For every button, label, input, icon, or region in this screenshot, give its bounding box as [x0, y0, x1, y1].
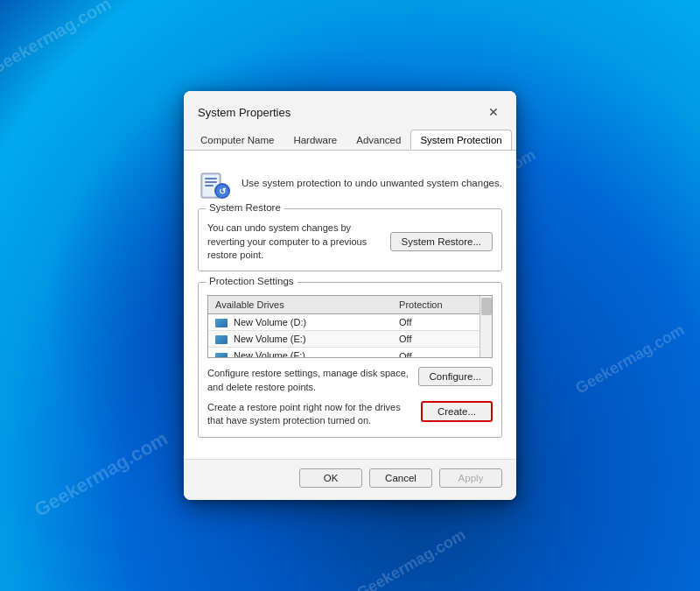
restore-description: You can undo system changes by reverting…: [207, 222, 382, 262]
dialog-overlay: System Properties ✕ Computer Name Hardwa…: [0, 0, 700, 591]
tab-hardware[interactable]: Hardware: [284, 130, 346, 150]
svg-rect-3: [205, 181, 217, 183]
drive-name-2: New Volume (E:): [208, 331, 392, 348]
apply-button[interactable]: Apply: [439, 468, 502, 488]
drive-icon-2: [215, 335, 228, 344]
protection-settings-section: Protection Settings Available Drives Pro…: [198, 282, 502, 438]
dialog-title: System Properties: [198, 106, 290, 119]
protection-2: Off: [392, 331, 492, 348]
protection-settings-label: Protection Settings: [206, 276, 298, 286]
tab-remote[interactable]: Remote: [512, 130, 516, 150]
drive-icon-1: [215, 319, 228, 327]
cancel-button[interactable]: Cancel: [369, 468, 432, 488]
title-bar: System Properties ✕: [184, 91, 516, 124]
system-restore-button[interactable]: System Restore...: [390, 232, 493, 251]
col-protection: Protection: [392, 296, 492, 314]
restore-row: You can undo system changes by reverting…: [207, 222, 493, 262]
svg-rect-4: [205, 185, 214, 186]
dialog-footer: OK Cancel Apply: [184, 459, 516, 500]
drives-table-wrapper: Available Drives Protection New Volume (…: [207, 295, 493, 358]
system-protection-icon: ↺: [198, 166, 231, 200]
configure-description: Configure restore settings, manage disk …: [207, 367, 410, 394]
close-button[interactable]: ✕: [481, 100, 506, 124]
col-available-drives: Available Drives: [208, 296, 392, 314]
svg-rect-2: [205, 178, 217, 179]
scrollbar-thumb[interactable]: [481, 298, 492, 315]
create-button[interactable]: Create...: [421, 401, 493, 422]
tab-bar: Computer Name Hardware Advanced System P…: [184, 124, 516, 150]
drive-name-3: New Volume (F:): [208, 348, 392, 358]
tab-system-protection[interactable]: System Protection: [410, 130, 511, 150]
table-row[interactable]: New Volume (D:) Off: [208, 314, 492, 331]
system-restore-label: System Restore: [206, 202, 284, 213]
system-properties-dialog: System Properties ✕ Computer Name Hardwa…: [184, 91, 516, 500]
configure-row: Configure restore settings, manage disk …: [207, 367, 493, 394]
svg-text:↺: ↺: [219, 186, 227, 196]
header-description: Use system protection to undo unwanted s…: [242, 176, 502, 190]
tab-computer-name[interactable]: Computer Name: [191, 130, 284, 150]
tab-advanced[interactable]: Advanced: [346, 130, 410, 150]
drives-table: Available Drives Protection New Volume (…: [208, 296, 492, 358]
table-row[interactable]: New Volume (F:) Off: [208, 348, 492, 358]
ok-button[interactable]: OK: [299, 468, 362, 488]
dialog-content: ↺ Use system protection to undo unwanted…: [184, 150, 516, 459]
create-row: Create a restore point right now for the…: [207, 401, 493, 428]
drive-name-1: New Volume (D:): [208, 314, 392, 331]
configure-button[interactable]: Configure...: [418, 367, 493, 386]
protection-3: Off: [392, 348, 492, 358]
scrollbar-track[interactable]: [480, 296, 492, 357]
system-restore-section: System Restore You can undo system chang…: [198, 208, 502, 271]
create-description: Create a restore point right now for the…: [207, 401, 412, 428]
header-section: ↺ Use system protection to undo unwanted…: [198, 161, 502, 208]
table-row[interactable]: New Volume (E:) Off: [208, 331, 492, 348]
drive-icon-3: [215, 353, 228, 359]
protection-1: Off: [392, 314, 492, 331]
